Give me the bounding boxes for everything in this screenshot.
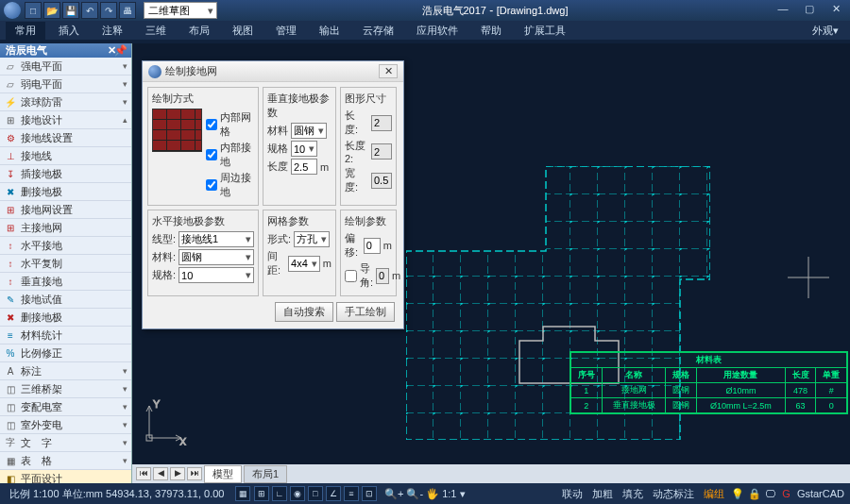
length-input[interactable] bbox=[291, 159, 317, 175]
sidebar-item[interactable]: ◧平面设计 bbox=[0, 470, 131, 483]
undo-icon[interactable]: ↶ bbox=[81, 2, 98, 19]
dyn-toggle[interactable]: 动态标注 bbox=[650, 487, 697, 501]
expand-icon[interactable]: ▾ bbox=[123, 61, 128, 71]
expand-icon[interactable]: ▾ bbox=[123, 384, 128, 394]
sidebar-item[interactable]: ⚙接地线设置 bbox=[0, 129, 131, 147]
hmat-select[interactable]: 圆钢 bbox=[178, 249, 254, 265]
expand-icon[interactable]: ▾ bbox=[123, 402, 128, 412]
inner-grid-check[interactable] bbox=[206, 119, 217, 130]
ribbon-tab[interactable]: 视图 bbox=[223, 22, 263, 40]
ribbon-tab[interactable]: 帮助 bbox=[471, 22, 511, 40]
polar-icon[interactable]: ◉ bbox=[290, 486, 305, 501]
panel-close-icon[interactable]: ✕ bbox=[108, 44, 116, 57]
sidebar-item[interactable]: ⊥接地线 bbox=[0, 147, 131, 165]
offset-input[interactable] bbox=[364, 238, 381, 254]
expand-icon[interactable]: ▾ bbox=[123, 420, 128, 429]
otrack-icon[interactable]: ∠ bbox=[326, 486, 341, 501]
ribbon-tab[interactable]: 管理 bbox=[266, 22, 306, 40]
redo-icon[interactable]: ↷ bbox=[100, 2, 117, 19]
sidebar-item[interactable]: ↕水平接地 bbox=[0, 237, 131, 255]
print-icon[interactable]: 🖶 bbox=[119, 2, 136, 19]
pin-icon[interactable]: 📌 bbox=[114, 44, 128, 57]
sidebar-item[interactable]: ▱弱电平面▾ bbox=[0, 76, 131, 93]
sidebar-item[interactable]: ≡材料统计 bbox=[0, 327, 131, 344]
appearance-menu[interactable]: 外观▾ bbox=[812, 24, 844, 38]
sidebar-item[interactable]: ⊞主接地网 bbox=[0, 219, 131, 237]
sidebar-item[interactable]: ↕垂直接地 bbox=[0, 273, 131, 291]
ribbon-tab[interactable]: 插入 bbox=[49, 22, 89, 40]
material-select[interactable]: 圆钢 bbox=[291, 123, 327, 139]
open-icon[interactable]: 📂 bbox=[43, 2, 60, 19]
app-logo[interactable] bbox=[4, 2, 21, 19]
tab-first-button[interactable]: ⏮ bbox=[136, 467, 151, 480]
ribbon-tab[interactable]: 注释 bbox=[93, 22, 132, 40]
edge-ground-check[interactable] bbox=[206, 179, 217, 191]
ortho-icon[interactable]: ∟ bbox=[272, 486, 287, 501]
ribbon-tab[interactable]: 输出 bbox=[310, 22, 349, 40]
minimize-button[interactable]: — bbox=[773, 3, 793, 18]
ribbon-tab[interactable]: 常用 bbox=[6, 22, 45, 40]
monitor-icon[interactable]: 🖵 bbox=[765, 488, 775, 499]
bold-toggle[interactable]: 加粗 bbox=[589, 487, 616, 501]
expand-icon[interactable]: ▾ bbox=[123, 456, 128, 465]
dialog-titlebar[interactable]: 绘制接地网 ✕ bbox=[143, 61, 403, 82]
osnap-icon[interactable]: □ bbox=[308, 486, 323, 501]
model-icon[interactable]: ⊡ bbox=[362, 486, 377, 501]
sidebar-item[interactable]: ⊞接地网设置 bbox=[0, 201, 131, 219]
sidebar-item[interactable]: ▱强电平面▾ bbox=[0, 58, 131, 76]
link-toggle[interactable]: 联动 bbox=[559, 487, 586, 501]
close-button[interactable]: ✕ bbox=[825, 3, 846, 18]
ribbon-tab[interactable]: 云存储 bbox=[353, 22, 403, 40]
sidebar-item[interactable]: ⊞接地设计▴ bbox=[0, 111, 131, 129]
ribbon-tab[interactable]: 三维 bbox=[136, 22, 176, 40]
form-select[interactable]: 方孔 bbox=[294, 231, 330, 247]
sidebar-item[interactable]: %比例修正 bbox=[0, 344, 131, 362]
gap-select[interactable]: 4x4 bbox=[288, 256, 320, 272]
sidebar-item[interactable]: ✖删接地极 bbox=[0, 309, 131, 327]
sidebar-item[interactable]: ▦表 格▾ bbox=[0, 452, 131, 470]
drawing-canvas[interactable]: 绘制接地网 ✕ 绘制方式 内部网格 内部接地 周边接地 bbox=[132, 43, 850, 483]
sidebar-item[interactable]: ⚡滚球防雷▾ bbox=[0, 93, 131, 111]
sidebar-item[interactable]: ↕水平复制 bbox=[0, 255, 131, 273]
expand-icon[interactable]: ▾ bbox=[123, 97, 128, 107]
spec-select[interactable]: 10 bbox=[291, 141, 317, 157]
fill-toggle[interactable]: 填充 bbox=[620, 487, 646, 501]
sidebar-item[interactable]: A标注▾ bbox=[0, 362, 131, 380]
lwt-icon[interactable]: ≡ bbox=[344, 486, 359, 501]
grid-icon[interactable]: ⊞ bbox=[254, 486, 269, 501]
dialog-close-button[interactable]: ✕ bbox=[379, 64, 398, 78]
sidebar-item[interactable]: ◫三维桥架▾ bbox=[0, 380, 131, 398]
save-icon[interactable]: 💾 bbox=[62, 2, 79, 19]
sidebar-item[interactable]: ◫变配电室▾ bbox=[0, 398, 131, 416]
sidebar-item[interactable]: 字文 字▾ bbox=[0, 434, 131, 452]
lock-icon[interactable]: 🔒 bbox=[748, 488, 761, 500]
snap-icon[interactable]: ▦ bbox=[235, 486, 250, 501]
sidebar-item[interactable]: ◫室外变电▾ bbox=[0, 416, 131, 434]
new-icon[interactable]: □ bbox=[25, 2, 42, 19]
sidebar-item[interactable]: ↧插接地极 bbox=[0, 165, 131, 183]
expand-icon[interactable]: ▾ bbox=[123, 79, 128, 89]
tab-next-button[interactable]: ▶ bbox=[170, 467, 185, 480]
expand-icon[interactable]: ▾ bbox=[123, 366, 128, 376]
ribbon-tab[interactable]: 布局 bbox=[179, 22, 219, 40]
auto-search-button[interactable]: 自动搜索 bbox=[275, 302, 333, 322]
maximize-button[interactable]: ▢ bbox=[799, 3, 820, 18]
tab-last-button[interactable]: ⏭ bbox=[187, 467, 202, 480]
manual-draw-button[interactable]: 手工绘制 bbox=[336, 302, 395, 322]
sidebar-item[interactable]: ✖删接地极 bbox=[0, 183, 131, 201]
bulb-icon[interactable]: 💡 bbox=[731, 488, 744, 500]
group-toggle[interactable]: 编组 bbox=[701, 487, 727, 501]
model-tab[interactable]: 模型 bbox=[204, 465, 242, 483]
workspace-combo[interactable]: 二维草图 bbox=[144, 2, 217, 19]
chamfer-check[interactable] bbox=[345, 270, 357, 282]
hspec-select[interactable]: 10 bbox=[178, 267, 254, 283]
ribbon-tab[interactable]: 应用软件 bbox=[407, 22, 468, 40]
sidebar-item[interactable]: ✎接地试值 bbox=[0, 291, 131, 309]
expand-icon[interactable]: ▾ bbox=[123, 438, 128, 447]
expand-icon[interactable]: ▴ bbox=[123, 115, 128, 125]
inner-ground-check[interactable] bbox=[206, 149, 217, 160]
linetype-select[interactable]: 接地线1 bbox=[178, 231, 254, 247]
ribbon-tab[interactable]: 扩展工具 bbox=[515, 22, 575, 40]
tab-prev-button[interactable]: ◀ bbox=[153, 467, 168, 480]
layout-tab[interactable]: 布局1 bbox=[244, 465, 287, 483]
